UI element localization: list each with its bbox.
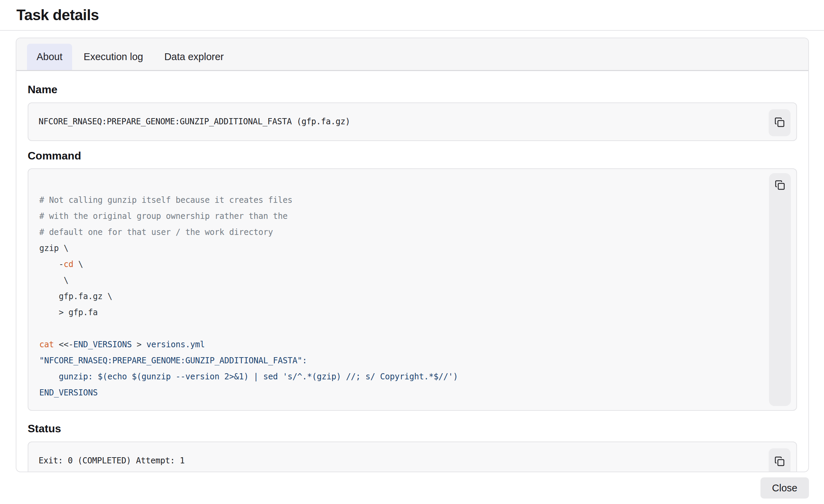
task-details-card: About Execution log Data explorer Name N… — [16, 38, 809, 472]
tab-execution-log[interactable]: Execution log — [74, 44, 153, 70]
modal-footer: Close — [760, 477, 809, 499]
command-heading: Command — [28, 150, 797, 162]
close-button[interactable]: Close — [760, 477, 809, 499]
name-heading: Name — [28, 84, 797, 96]
tab-bar: About Execution log Data explorer — [16, 38, 808, 71]
name-box: NFCORE_RNASEQ:PREPARE_GENOME:GUNZIP_ADDI… — [28, 102, 797, 141]
copy-icon — [774, 456, 785, 467]
status-heading: Status — [28, 423, 797, 435]
header-divider — [0, 30, 824, 31]
tab-about[interactable]: About — [27, 44, 72, 70]
copy-command-button[interactable] — [769, 176, 791, 195]
copy-status-button[interactable] — [769, 448, 791, 472]
tab-panel-about: Name NFCORE_RNASEQ:PREPARE_GENOME:GUNZIP… — [16, 71, 808, 472]
copy-icon — [775, 180, 785, 191]
command-box: # Not calling gunzip itself because it c… — [28, 168, 797, 411]
page-header: Task details — [0, 0, 824, 30]
tab-data-explorer[interactable]: Data explorer — [155, 44, 233, 70]
status-value: Exit: 0 (COMPLETED) Attempt: 1 — [39, 456, 184, 465]
page-title: Task details — [16, 6, 99, 24]
copy-icon — [774, 117, 785, 128]
status-box: Exit: 0 (COMPLETED) Attempt: 1 — [28, 442, 797, 472]
command-code: # Not calling gunzip itself because it c… — [39, 192, 755, 401]
command-scrollbar-rail[interactable] — [769, 173, 791, 406]
task-name-value: NFCORE_RNASEQ:PREPARE_GENOME:GUNZIP_ADDI… — [39, 117, 350, 126]
copy-name-button[interactable] — [769, 109, 791, 136]
